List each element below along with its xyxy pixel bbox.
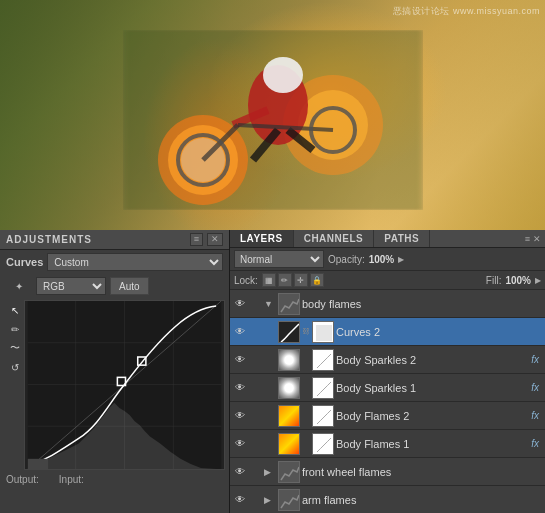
layers-panel: LAYERS CHANNELS PATHS ≡ ✕ Normal Multipl… [230, 230, 545, 513]
link-icon [250, 492, 262, 508]
layer-item[interactable]: 👁 ▶ front wheel flames [230, 458, 545, 486]
layer-item[interactable]: 👁 ▼ body flames [230, 290, 545, 318]
tab-layers[interactable]: LAYERS [230, 230, 294, 247]
link-icon [250, 324, 262, 340]
layer-mask-thumbnail [312, 405, 334, 427]
layer-name: Body Sparkles 1 [336, 382, 529, 394]
layers-header: LAYERS CHANNELS PATHS ≡ ✕ [230, 230, 545, 248]
layer-thumbnail [278, 461, 300, 483]
adjustments-header: ADJUSTMENTS ≡ ✕ [0, 230, 229, 250]
layer-item[interactable]: 👁 Body Sparkles 2 fx [230, 346, 545, 374]
visibility-icon[interactable]: 👁 [232, 380, 248, 396]
curves-row: Curves Custom [0, 250, 229, 274]
visibility-icon[interactable]: 👁 [232, 492, 248, 508]
layer-mask-thumbnail [312, 377, 334, 399]
layer-name: Body Flames 2 [336, 410, 529, 422]
lock-position-icon[interactable]: ✛ [294, 273, 308, 287]
layer-thumbnail [278, 293, 300, 315]
visibility-icon[interactable]: 👁 [232, 464, 248, 480]
layer-item[interactable]: 👁 Body Flames 2 fx [230, 402, 545, 430]
layer-name: Body Flames 1 [336, 438, 529, 450]
layer-thumbnail [278, 405, 300, 427]
svg-rect-29 [316, 325, 332, 341]
layer-name: arm flames [302, 494, 543, 506]
lock-all-icon[interactable]: 🔒 [310, 273, 324, 287]
layer-item[interactable]: 👁 Body Sparkles 1 fx [230, 374, 545, 402]
channel-select[interactable]: RGB Red Green Blue [36, 277, 106, 295]
watermark-text: 恶搞设计论坛 www.missyuan.com [393, 5, 540, 18]
link-icon [250, 380, 262, 396]
adjustments-title: ADJUSTMENTS [6, 234, 92, 245]
curve-select-tool[interactable]: ↖ [6, 302, 24, 318]
layers-tabs: LAYERS CHANNELS PATHS [230, 230, 430, 247]
visibility-icon[interactable]: 👁 [232, 436, 248, 452]
curves-area: ↖ ✏ 〜 ↺ [4, 300, 225, 470]
curves-bottom: Output: Input: [0, 472, 229, 487]
link-icon [250, 352, 262, 368]
fx-badge: fx [531, 438, 543, 449]
curves-graph[interactable] [24, 300, 225, 470]
curve-pen-tool[interactable]: ✏ [6, 321, 24, 337]
chain-icon [302, 405, 310, 427]
blend-mode-select[interactable]: Normal Multiply Screen [234, 250, 324, 268]
fx-badge: fx [531, 354, 543, 365]
layer-mask-thumbnail [312, 321, 334, 343]
lock-transparent-icon[interactable]: ▦ [262, 273, 276, 287]
layer-thumbnail [278, 349, 300, 371]
curve-reset-tool[interactable]: ↺ [6, 359, 24, 375]
layer-thumbnail [278, 433, 300, 455]
layers-header-right: ≡ ✕ [521, 230, 545, 247]
layer-name: Body Sparkles 2 [336, 354, 529, 366]
eyedropper-icon[interactable]: ✦ [10, 278, 28, 294]
panel-close-btn[interactable]: ✕ [207, 233, 223, 246]
fill-label: Fill: [486, 275, 502, 286]
fx-badge: fx [531, 410, 543, 421]
visibility-icon[interactable]: 👁 [232, 352, 248, 368]
lock-label: Lock: [234, 275, 258, 286]
layer-item[interactable]: 👁 Body Flames 1 fx [230, 430, 545, 458]
chain-icon: ⛓ [302, 321, 310, 343]
layer-item[interactable]: 👁 ⛓ Curves 2 [230, 318, 545, 346]
adjustments-panel: ADJUSTMENTS ≡ ✕ Curves Custom ✦ RGB Red … [0, 230, 230, 513]
svg-point-7 [263, 57, 303, 93]
auto-button[interactable]: Auto [110, 277, 149, 295]
output-label: Output: [6, 474, 39, 485]
channel-row: ✦ RGB Red Green Blue Auto [0, 274, 229, 298]
link-icon [250, 408, 262, 424]
curves-preset-select[interactable]: Custom [47, 253, 223, 271]
opacity-label: Opacity: [328, 254, 365, 265]
curves-svg [25, 301, 224, 469]
chain-icon [302, 349, 310, 371]
group-arrow-icon[interactable]: ▼ [264, 299, 276, 309]
layer-thumbnail [278, 321, 300, 343]
visibility-icon[interactable]: 👁 [232, 324, 248, 340]
visibility-icon[interactable]: 👁 [232, 296, 248, 312]
panel-menu-btn[interactable]: ≡ [190, 233, 203, 246]
chain-icon [302, 433, 310, 455]
group-arrow-icon[interactable]: ▶ [264, 495, 276, 505]
layers-close-btn[interactable]: ✕ [533, 234, 541, 244]
layers-menu-btn[interactable]: ≡ [525, 234, 530, 244]
layer-item[interactable]: 👁 ▶ arm flames [230, 486, 545, 513]
fill-arrow-icon[interactable]: ▶ [535, 276, 541, 285]
layer-name: Curves 2 [336, 326, 543, 338]
lock-image-icon[interactable]: ✏ [278, 273, 292, 287]
curve-smooth-tool[interactable]: 〜 [6, 340, 24, 356]
group-arrow-icon[interactable]: ▶ [264, 467, 276, 477]
curves-label: Curves [6, 256, 43, 268]
photo-area: 恶搞设计论坛 www.missyuan.com [0, 0, 545, 230]
layer-name: body flames [302, 298, 543, 310]
opacity-value: 100% [369, 254, 395, 265]
layer-thumbnail [278, 377, 300, 399]
chain-icon [302, 377, 310, 399]
layer-mask-thumbnail [312, 349, 334, 371]
tab-paths[interactable]: PATHS [374, 230, 430, 247]
fill-value: 100% [505, 275, 531, 286]
layer-mask-thumbnail [312, 433, 334, 455]
lock-icons: ▦ ✏ ✛ 🔒 [262, 273, 324, 287]
eyedropper-tools: ✦ [6, 276, 32, 296]
opacity-arrow-icon[interactable]: ▶ [398, 255, 404, 264]
visibility-icon[interactable]: 👁 [232, 408, 248, 424]
panel-controls: ≡ ✕ [190, 233, 223, 246]
tab-channels[interactable]: CHANNELS [294, 230, 375, 247]
